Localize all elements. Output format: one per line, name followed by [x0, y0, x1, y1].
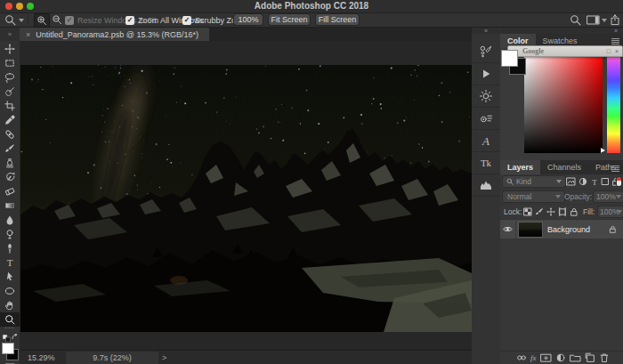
crop-icon	[4, 101, 15, 111]
eraser-tool[interactable]	[0, 184, 20, 198]
google-window-title: Google	[522, 47, 544, 55]
add-layer-mask-icon[interactable]	[540, 352, 552, 363]
glyphs-panel-button[interactable]: A	[472, 130, 500, 152]
document-tab[interactable]: × Untitled_Panorama2.psb @ 15.3% (RGB/16…	[20, 28, 209, 41]
histogram-icon	[479, 178, 493, 192]
foreground-color-swatch[interactable]	[2, 343, 14, 354]
magnifier-icon	[4, 14, 16, 26]
panel-dock-collapse-button[interactable]: »	[501, 28, 623, 34]
edit-toolbar-button[interactable]: ···	[0, 324, 20, 332]
lock-pixels-icon[interactable]	[535, 207, 544, 216]
blend-mode-dropdown[interactable]: Normal	[503, 191, 564, 202]
clone-stamp-tool[interactable]	[0, 156, 20, 170]
color-panel-menu-icon[interactable]	[611, 38, 619, 45]
fit-screen-button[interactable]: Fit Screen	[269, 14, 310, 25]
zoom-100-button[interactable]: 100%	[234, 14, 263, 25]
panel-foreground-color-swatch[interactable]	[501, 50, 518, 67]
lock-position-icon[interactable]	[546, 207, 555, 216]
delete-layer-icon[interactable]	[599, 352, 610, 363]
document-info-field[interactable]: 9.7s (22%)	[66, 352, 158, 364]
search-button[interactable]	[570, 14, 581, 26]
tk-panel-button[interactable]: Tk	[472, 152, 500, 174]
lock-all-icon[interactable]	[570, 207, 578, 217]
ellipse-shape-tool[interactable]	[0, 284, 20, 298]
brush-settings-panel-button[interactable]	[472, 41, 500, 63]
actions-panel-button[interactable]	[472, 63, 500, 85]
marquee-icon	[4, 58, 15, 69]
search-icon	[570, 14, 581, 26]
eraser-icon	[4, 186, 15, 197]
new-adjustment-layer-icon[interactable]	[555, 352, 566, 363]
google-close-button[interactable]: ×	[615, 47, 619, 55]
gradient-tool[interactable]	[0, 198, 20, 213]
hue-slider-arrow-icon[interactable]	[601, 148, 605, 153]
layer-style-icon[interactable]: fx	[530, 353, 537, 362]
svg-text:A: A	[481, 134, 490, 148]
clone-source-icon	[479, 111, 493, 125]
filter-shape-layers-icon[interactable]	[601, 177, 610, 186]
opacity-value-dropdown[interactable]: 100%	[594, 191, 623, 202]
type-tool[interactable]: T	[0, 255, 20, 270]
share-icon	[610, 14, 620, 26]
status-popup-chevron[interactable]: >	[162, 353, 166, 362]
link-layers-icon[interactable]	[516, 352, 527, 363]
filter-kind-dropdown[interactable]: Kind	[503, 176, 565, 187]
crop-tool[interactable]	[0, 99, 20, 113]
dodge-icon	[4, 229, 15, 239]
filter-type-layers-icon[interactable]: T	[590, 177, 599, 186]
share-button[interactable]	[610, 14, 620, 26]
spot-healing-brush-tool[interactable]	[0, 127, 20, 142]
layer-row-background[interactable]: Background	[500, 220, 623, 239]
move-tool[interactable]	[0, 42, 20, 56]
adjustments-panel-button[interactable]	[472, 85, 500, 108]
new-group-icon[interactable]	[570, 352, 581, 363]
workspace-switcher-button[interactable]	[587, 15, 600, 25]
pen-tool[interactable]	[0, 241, 20, 255]
lasso-tool[interactable]	[0, 70, 20, 85]
layers-panel-menu-icon[interactable]	[611, 166, 619, 173]
history-brush-icon	[4, 172, 15, 182]
canvas-image[interactable]	[20, 65, 472, 332]
google-floating-window[interactable]: Google □ ×	[507, 45, 623, 57]
healing-brush-icon	[4, 129, 15, 140]
fill-value-dropdown[interactable]: 100%	[598, 206, 623, 217]
google-maximize-button[interactable]: □	[607, 47, 611, 55]
filter-pixel-layers-icon[interactable]	[566, 177, 576, 186]
layer-thumbnail[interactable]	[519, 222, 542, 237]
histogram-panel-button[interactable]	[472, 174, 500, 197]
layer-visibility-toggle[interactable]	[500, 220, 516, 239]
tab-layers[interactable]: Layers	[500, 160, 540, 174]
blur-tool[interactable]	[0, 213, 20, 227]
lock-artboard-icon[interactable]	[558, 207, 567, 216]
layers-blend-row: Normal Opacity: 100%	[500, 190, 623, 204]
brush-tool[interactable]	[0, 142, 20, 156]
tab-close-icon[interactable]: ×	[26, 30, 30, 39]
workspace-caret-icon[interactable]	[602, 19, 607, 22]
hue-strip[interactable]	[607, 56, 620, 153]
hand-tool[interactable]	[0, 298, 20, 312]
tool-preset-caret-icon[interactable]	[19, 19, 24, 22]
zoom-in-button[interactable]	[34, 13, 50, 28]
zoom-tool-preset[interactable]	[4, 14, 16, 26]
fill-screen-button[interactable]: Fill Screen	[316, 14, 359, 25]
dodge-tool[interactable]	[0, 227, 20, 241]
layer-name[interactable]: Background	[547, 225, 609, 234]
color-saturation-square[interactable]	[524, 56, 603, 153]
quick-selection-tool[interactable]	[0, 85, 20, 99]
new-layer-icon[interactable]	[585, 352, 595, 363]
path-selection-tool[interactable]	[0, 270, 20, 284]
swap-colors-icon[interactable]	[12, 334, 19, 341]
zoom-out-button[interactable]	[50, 13, 64, 26]
default-colors-icon[interactable]	[3, 335, 11, 342]
eyedropper-tool[interactable]	[0, 113, 20, 127]
icon-dock-collapse-button[interactable]: «	[472, 28, 500, 34]
layer-filter-toggle[interactable]	[617, 177, 621, 186]
rectangular-marquee-tool[interactable]	[0, 56, 20, 70]
toolbar-expand-button[interactable]: »	[0, 28, 20, 41]
zoom-level-field[interactable]: 15.29%	[28, 353, 55, 362]
clone-source-panel-button[interactable]	[472, 108, 500, 130]
history-brush-tool[interactable]	[0, 170, 20, 184]
tab-channels[interactable]: Channels	[540, 160, 588, 174]
lock-transparency-icon[interactable]	[523, 207, 532, 216]
filter-adjustment-layers-icon[interactable]	[578, 177, 587, 186]
